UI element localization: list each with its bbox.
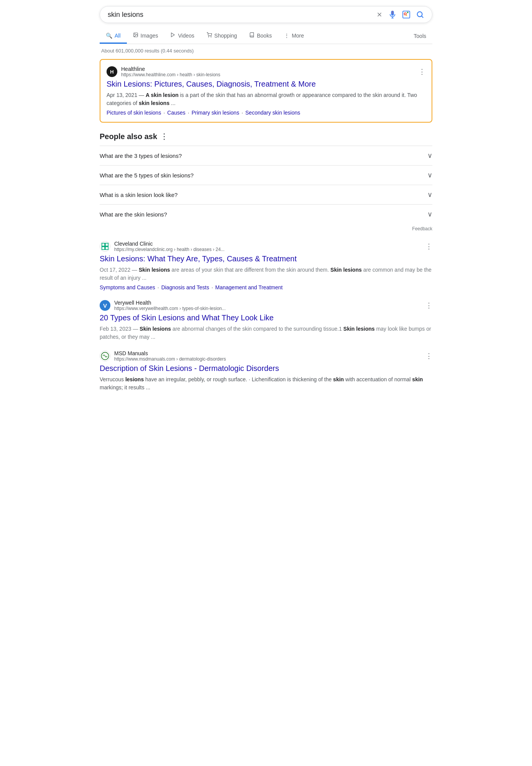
result-msd: MSD Manuals https://www.msdmanuals.com ›… — [100, 350, 432, 392]
site-name-msd: MSD Manuals — [114, 350, 226, 356]
site-name-cleveland: Cleveland Clinic — [114, 241, 225, 247]
tab-videos[interactable]: Videos — [164, 28, 200, 44]
result-title-cleveland[interactable]: Skin Lesions: What They Are, Types, Caus… — [100, 254, 432, 264]
search-icons — [376, 10, 424, 19]
site-info-verywell: V Verywell Health https://www.verywellhe… — [100, 300, 432, 311]
chevron-down-icon-1: ∨ — [427, 151, 432, 160]
tab-books-label: Books — [257, 33, 272, 39]
clear-button[interactable] — [376, 11, 383, 18]
svg-rect-19 — [105, 247, 108, 250]
videos-icon — [170, 32, 176, 39]
tab-images[interactable]: Images — [127, 28, 164, 44]
site-url: https://www.healthline.com › health › sk… — [121, 72, 220, 77]
link-sep-c1: · — [158, 284, 159, 290]
site-url-cleveland: https://my.clevelandclinic.org › health … — [114, 247, 225, 252]
search-input[interactable] — [108, 11, 376, 19]
site-name-url-verywell: Verywell Health https://www.verywellheal… — [114, 300, 226, 311]
images-icon — [133, 32, 138, 39]
shopping-icon — [207, 32, 212, 39]
ellipsis: ... — [169, 100, 176, 106]
site-info-cleveland: Cleveland Clinic https://my.clevelandcli… — [100, 241, 432, 252]
site-name-url: Healthline https://www.healthline.com › … — [121, 66, 220, 77]
paa-question-2: What are the 5 types of skin lesions? — [100, 172, 194, 179]
result-snippet-cleveland: Oct 17, 2022 — Skin lesions are areas of… — [100, 266, 432, 282]
paa-header: People also ask ⋮ — [100, 132, 432, 141]
result-menu-dots[interactable]: ⋮ — [419, 67, 425, 76]
cleveland-favicon — [100, 241, 110, 252]
sublink-secondary[interactable]: Secondary skin lesions — [245, 110, 300, 116]
feedback-label[interactable]: Feedback — [100, 226, 432, 231]
paa-item-4[interactable]: What are the skin lesions? ∨ — [100, 204, 432, 224]
tab-all-label: All — [115, 33, 121, 39]
tab-all[interactable]: 🔍 All — [100, 29, 127, 44]
link-sep-2: · — [188, 110, 189, 116]
all-icon: 🔍 — [106, 33, 112, 39]
verywell-date: Feb 13, 2023 — — [100, 326, 140, 332]
result-verywell: V Verywell Health https://www.verywellhe… — [100, 300, 432, 341]
msd-favicon — [100, 351, 110, 361]
svg-line-10 — [422, 16, 423, 18]
date-text: Apr 13, 2021 — — [107, 92, 146, 98]
results-count: About 601,000,000 results (0.44 seconds) — [100, 48, 432, 54]
msd-menu-dots[interactable]: ⋮ — [425, 352, 432, 360]
sublink-causes[interactable]: Causes — [167, 110, 185, 116]
site-info: H Healthline https://www.healthline.com … — [107, 66, 425, 77]
result-snippet-verywell: Feb 13, 2023 — Skin lesions are abnormal… — [100, 325, 432, 341]
paa-menu-dots[interactable]: ⋮ — [160, 132, 168, 141]
paa-item-1[interactable]: What are the 3 types of lesions? ∨ — [100, 146, 432, 165]
sublink-management[interactable]: Management and Treatment — [215, 284, 283, 290]
tools-button[interactable]: Tools — [407, 29, 432, 43]
nav-tabs: 🔍 All Images Videos Shopping Books ⋮ Mor… — [100, 28, 432, 44]
verywell-menu-dots[interactable]: ⋮ — [425, 301, 432, 310]
verywell-favicon: V — [100, 300, 110, 311]
cleveland-date: Oct 17, 2022 — — [100, 267, 139, 273]
svg-point-14 — [209, 37, 209, 37]
tab-more[interactable]: ⋮ More — [278, 29, 310, 44]
paa-question-1: What are the 3 types of lesions? — [100, 153, 182, 159]
result-snippet: Apr 13, 2021 — A skin lesion is a part o… — [107, 91, 425, 107]
svg-rect-8 — [407, 12, 409, 13]
tab-shopping[interactable]: Shopping — [200, 28, 243, 44]
chevron-down-icon-4: ∨ — [427, 210, 432, 218]
svg-rect-2 — [392, 11, 393, 14]
cleveland-menu-dots[interactable]: ⋮ — [425, 242, 432, 251]
site-name-url-cleveland: Cleveland Clinic https://my.clevelandcli… — [114, 241, 225, 252]
svg-line-7 — [406, 15, 407, 16]
svg-rect-18 — [102, 247, 105, 250]
result-title-verywell[interactable]: 20 Types of Skin Lesions and What They L… — [100, 313, 432, 323]
tab-videos-label: Videos — [178, 33, 194, 39]
sublink-pictures[interactable]: Pictures of skin lesions — [107, 110, 161, 116]
tab-books[interactable]: Books — [243, 28, 278, 44]
lens-search-button[interactable] — [402, 10, 410, 19]
paa-item-2[interactable]: What are the 5 types of skin lesions? ∨ — [100, 165, 432, 185]
bold-word-2: skin lesions — [139, 100, 169, 106]
highlighted-result-card: H Healthline https://www.healthline.com … — [100, 59, 432, 123]
chevron-down-icon-2: ∨ — [427, 171, 432, 179]
healthline-favicon: H — [107, 66, 117, 77]
link-sep-3: · — [241, 110, 243, 116]
voice-search-button[interactable] — [388, 10, 397, 19]
svg-rect-16 — [102, 243, 105, 246]
site-name-verywell: Verywell Health — [114, 300, 226, 306]
more-icon: ⋮ — [284, 33, 289, 39]
paa-item-3[interactable]: What is a skin lesion look like? ∨ — [100, 185, 432, 204]
site-name-url-msd: MSD Manuals https://www.msdmanuals.com ›… — [114, 350, 226, 362]
sublink-diagnosis[interactable]: Diagnosis and Tests — [161, 284, 209, 290]
search-button[interactable] — [416, 10, 424, 19]
link-sep-c2: · — [212, 284, 213, 290]
tab-more-label: More — [292, 33, 304, 39]
paa-section: People also ask ⋮ What are the 3 types o… — [100, 132, 432, 231]
chevron-down-icon-3: ∨ — [427, 190, 432, 199]
svg-point-9 — [417, 12, 422, 17]
svg-point-6 — [404, 13, 407, 15]
result-title-link[interactable]: Skin Lesions: Pictures, Causes, Diagnosi… — [107, 79, 425, 89]
paa-question-3: What is a skin lesion look like? — [100, 192, 177, 198]
msd-icon — [101, 352, 109, 360]
sublink-symptoms[interactable]: Symptoms and Causes — [100, 284, 155, 290]
result-title-msd[interactable]: Description of Skin Lesions - Dermatolog… — [100, 363, 432, 373]
cleveland-icon — [101, 243, 109, 250]
verywell-favicon-letter: V — [103, 302, 107, 309]
svg-rect-17 — [105, 243, 108, 246]
sublink-primary[interactable]: Primary skin lesions — [192, 110, 239, 116]
search-bar — [100, 6, 432, 23]
